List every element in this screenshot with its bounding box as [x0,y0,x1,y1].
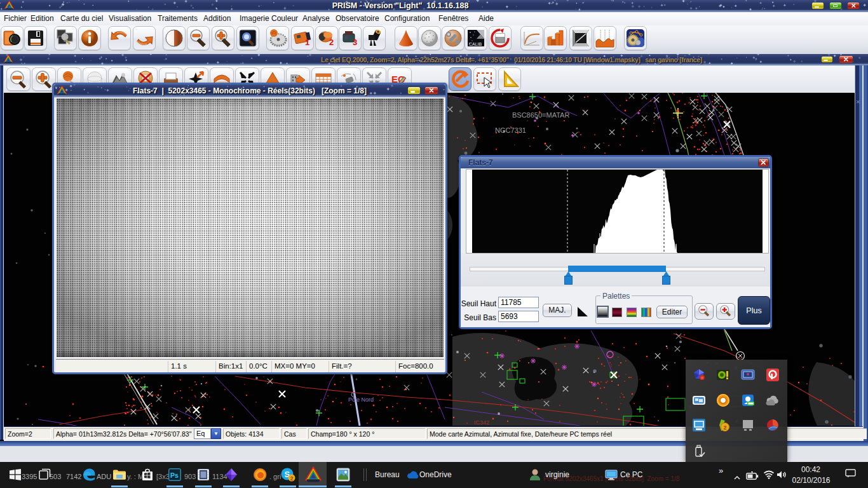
svg-text:Ps: Ps [170,471,179,479]
svg-text:BSC8650=MATAR: BSC8650=MATAR [512,111,569,119]
svg-text:2: 2 [724,424,727,431]
svg-text:Pôle Nord: Pôle Nord [348,396,374,403]
svg-text:IC342: IC342 [474,419,489,426]
svg-text:2: 2 [290,475,294,482]
